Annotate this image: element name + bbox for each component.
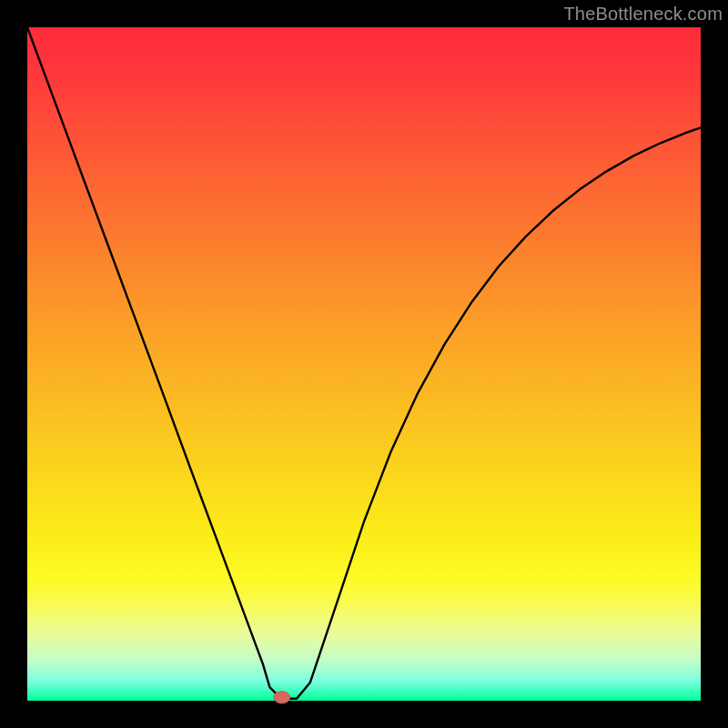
plot-area [27, 27, 701, 701]
minimum-marker [274, 692, 290, 703]
bottleneck-curve [27, 27, 701, 699]
curve-layer [27, 27, 701, 701]
chart-frame: TheBottleneck.com [0, 0, 728, 728]
watermark-text: TheBottleneck.com [563, 4, 723, 25]
